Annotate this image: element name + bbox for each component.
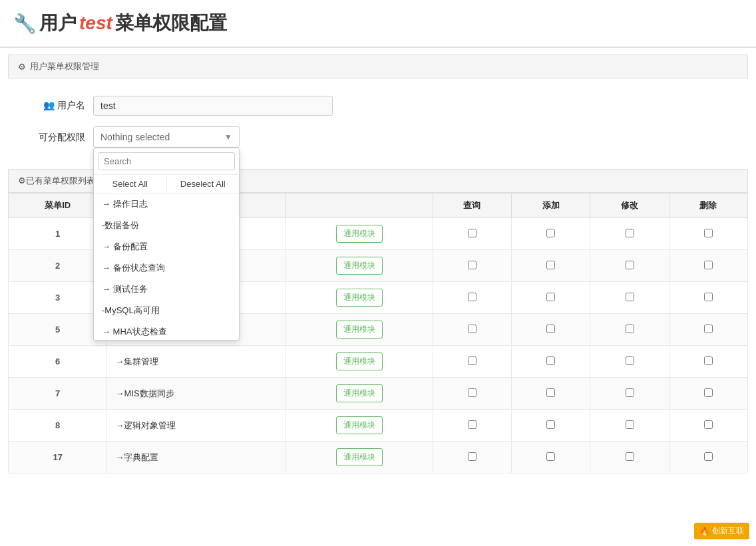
module-button[interactable]: 通用模块 <box>336 352 383 370</box>
module-button[interactable]: 通用模块 <box>336 448 383 466</box>
dropdown-search-area <box>94 148 239 175</box>
query-checkbox[interactable] <box>468 261 476 269</box>
dropdown-item[interactable]: -MySQL高可用 <box>94 300 239 321</box>
dropdown-item[interactable]: → 测试任务 <box>94 279 239 300</box>
permission-dropdown[interactable]: Nothing selected ▼ Select All Deselect A… <box>93 126 240 148</box>
query-checkbox[interactable] <box>468 356 476 365</box>
cell-add <box>512 346 590 378</box>
cell-module: 通用模块 <box>286 282 433 314</box>
dropdown-item[interactable]: → 操作日志 <box>94 194 239 215</box>
add-checkbox[interactable] <box>546 261 555 269</box>
dropdown-trigger[interactable]: Nothing selected ▼ <box>93 126 240 148</box>
del-checkbox[interactable] <box>704 388 713 397</box>
cell-id: 2 <box>9 250 107 282</box>
deselect-all-button[interactable]: Deselect All <box>167 175 240 193</box>
cell-name: →逻辑对象管理 <box>107 410 286 442</box>
dropdown-item[interactable]: → 备份状态查询 <box>94 257 239 279</box>
add-checkbox[interactable] <box>546 293 555 301</box>
cell-query <box>433 250 511 282</box>
chevron-down-icon: ▼ <box>224 132 232 142</box>
col-edit: 修改 <box>590 194 669 218</box>
username-input[interactable] <box>93 96 333 116</box>
cell-name: →集群管理 <box>107 346 286 378</box>
edit-checkbox[interactable] <box>626 420 634 429</box>
permission-row: 可分配权限 Nothing selected ▼ Select All Dese… <box>13 126 743 148</box>
query-checkbox[interactable] <box>468 420 476 429</box>
add-checkbox[interactable] <box>546 325 555 333</box>
username-row: 👥 用户名 <box>13 96 743 116</box>
module-button[interactable]: 通用模块 <box>336 384 383 402</box>
query-checkbox[interactable] <box>468 325 476 333</box>
title-highlight: test <box>79 13 112 34</box>
cell-id: 5 <box>9 314 107 346</box>
cell-del <box>669 442 747 474</box>
del-checkbox[interactable] <box>704 261 713 269</box>
cell-del <box>669 410 747 442</box>
edit-checkbox[interactable] <box>626 325 634 333</box>
edit-checkbox[interactable] <box>626 388 634 397</box>
tool-icon: 🔧 <box>13 13 37 35</box>
module-button[interactable]: 通用模块 <box>336 257 383 275</box>
cell-module: 通用模块 <box>286 250 433 282</box>
module-button[interactable]: 通用模块 <box>336 225 383 243</box>
select-all-button[interactable]: Select All <box>94 175 167 193</box>
cell-query <box>433 410 511 442</box>
del-checkbox[interactable] <box>704 420 713 429</box>
add-checkbox[interactable] <box>546 229 555 237</box>
cell-del <box>669 250 747 282</box>
add-checkbox[interactable] <box>546 452 555 461</box>
cell-module: 通用模块 <box>286 218 433 250</box>
add-checkbox[interactable] <box>546 420 555 429</box>
del-checkbox[interactable] <box>704 229 713 237</box>
section-label: 用户菜单权限管理 <box>30 61 99 72</box>
dropdown-search-input[interactable] <box>98 152 235 170</box>
module-button[interactable]: 通用模块 <box>336 321 383 339</box>
cell-edit <box>590 442 669 474</box>
dropdown-actions: Select All Deselect All <box>94 175 239 194</box>
col-del: 删除 <box>669 194 747 218</box>
section-icon: ⚙ <box>18 62 26 72</box>
permission-label: 可分配权限 <box>13 126 93 144</box>
page-header: 🔧 用户 test 菜单权限配置 <box>0 0 756 48</box>
edit-checkbox[interactable] <box>626 293 634 301</box>
module-button[interactable]: 通用模块 <box>336 416 383 434</box>
add-checkbox[interactable] <box>546 388 555 397</box>
dropdown-item[interactable]: -数据备份 <box>94 215 239 236</box>
add-checkbox[interactable] <box>546 356 555 365</box>
cell-add <box>512 314 590 346</box>
edit-checkbox[interactable] <box>626 356 634 365</box>
col-add: 添加 <box>512 194 590 218</box>
edit-checkbox[interactable] <box>626 229 634 237</box>
dropdown-menu: Select All Deselect All → 操作日志-数据备份→ 备份配… <box>93 148 240 341</box>
cell-id: 7 <box>9 378 107 410</box>
cell-add <box>512 378 590 410</box>
del-checkbox[interactable] <box>704 452 713 461</box>
cell-query <box>433 282 511 314</box>
cell-query <box>433 378 511 410</box>
edit-checkbox[interactable] <box>626 261 634 269</box>
del-checkbox[interactable] <box>704 325 713 333</box>
cell-id: 3 <box>9 282 107 314</box>
col-module <box>286 194 433 218</box>
query-checkbox[interactable] <box>468 293 476 301</box>
query-checkbox[interactable] <box>468 388 476 397</box>
cell-edit <box>590 346 669 378</box>
col-id: 菜单ID <box>9 194 107 218</box>
table-row: 17→字典配置通用模块 <box>9 442 748 474</box>
query-checkbox[interactable] <box>468 229 476 237</box>
cell-query <box>433 218 511 250</box>
cell-add <box>512 218 590 250</box>
table-section-label: ⚙已有菜单权限列表 <box>18 175 95 187</box>
edit-checkbox[interactable] <box>626 452 634 461</box>
del-checkbox[interactable] <box>704 356 713 365</box>
dropdown-item[interactable]: → MHA状态检查 <box>94 321 239 340</box>
module-button[interactable]: 通用模块 <box>336 289 383 307</box>
cell-module: 通用模块 <box>286 378 433 410</box>
cell-name: →字典配置 <box>107 442 286 474</box>
dropdown-item[interactable]: → 备份配置 <box>94 236 239 257</box>
cell-module: 通用模块 <box>286 314 433 346</box>
del-checkbox[interactable] <box>704 293 713 301</box>
query-checkbox[interactable] <box>468 452 476 461</box>
form-area: 👥 用户名 可分配权限 Nothing selected ▼ Select Al… <box>0 85 756 169</box>
cell-del <box>669 346 747 378</box>
